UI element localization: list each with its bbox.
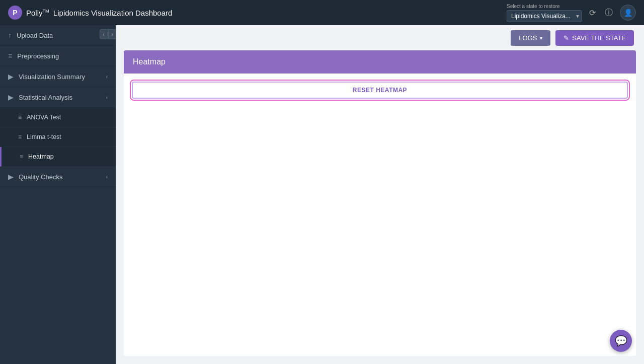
reset-heatmap-button[interactable]: RESET HEATMAP bbox=[132, 82, 628, 99]
chat-icon: 💬 bbox=[615, 335, 627, 347]
navbar: P PollyTM Lipidomics Visualization Dashb… bbox=[0, 0, 644, 25]
logs-label: LOGS bbox=[519, 34, 537, 42]
logs-caret-icon: ▾ bbox=[540, 35, 542, 41]
info-icon: ⓘ bbox=[605, 8, 613, 18]
navbar-right: Select a state to restore Lipidomics Vis… bbox=[507, 4, 636, 22]
list-icon: ≡ bbox=[8, 52, 12, 60]
upload-icon: ↑ bbox=[8, 31, 12, 39]
sidebar: ‹ › ↑ Upload Data ≡ Preprocessing ▶ Visu… bbox=[0, 25, 116, 364]
sidebar-item-upload-data[interactable]: ↑ Upload Data bbox=[0, 25, 116, 46]
info-button[interactable]: ⓘ bbox=[603, 6, 615, 20]
history-button[interactable]: ⟳ bbox=[587, 6, 598, 20]
save-state-label: SAVE THE STATE bbox=[572, 34, 626, 42]
sidebar-item-anova-test[interactable]: ≡ ANOVA Test bbox=[0, 108, 116, 127]
state-select-container: Lipidomics Visualiza... bbox=[507, 10, 582, 22]
content-toolbar: LOGS ▾ ✎ SAVE THE STATE bbox=[116, 25, 644, 50]
chevron-icon: ‹ bbox=[106, 95, 108, 100]
save-icon: ✎ bbox=[564, 34, 569, 42]
sidebar-item-label: Preprocessing bbox=[17, 52, 59, 60]
list-icon: ≡ bbox=[18, 133, 22, 140]
logo-letter: P bbox=[13, 9, 17, 17]
list-icon: ▶ bbox=[8, 173, 14, 181]
navbar-left: P PollyTM Lipidomics Visualization Dashb… bbox=[8, 6, 172, 20]
logs-button[interactable]: LOGS ▾ bbox=[511, 30, 550, 46]
sidebar-item-visualization-summary[interactable]: ▶ Visualization Summary ‹ bbox=[0, 66, 116, 87]
state-restore-wrapper: Select a state to restore Lipidomics Vis… bbox=[507, 4, 582, 22]
sidebar-item-label: Limma t-test bbox=[27, 133, 61, 140]
sidebar-item-label: Statistical Analysis bbox=[19, 94, 72, 101]
heatmap-body: RESET HEATMAP bbox=[124, 74, 636, 356]
sidebar-item-quality-checks[interactable]: ▶ Quality Checks ‹ bbox=[0, 167, 116, 187]
sidebar-item-statistical-analysis[interactable]: ▶ Statistical Analysis ‹ bbox=[0, 87, 116, 108]
sidebar-item-limma-t-test[interactable]: ≡ Limma t-test bbox=[0, 127, 116, 147]
history-icon: ⟳ bbox=[589, 8, 596, 18]
user-menu-button[interactable]: 👤 bbox=[620, 5, 636, 21]
save-state-button[interactable]: ✎ SAVE THE STATE bbox=[555, 30, 634, 46]
list-icon: ▶ bbox=[8, 93, 14, 101]
state-select-dropdown[interactable]: Lipidomics Visualiza... bbox=[507, 10, 582, 22]
list-icon: ≡ bbox=[20, 153, 23, 160]
user-icon: 👤 bbox=[624, 9, 632, 17]
sidebar-item-label: Quality Checks bbox=[19, 173, 62, 181]
content-area: LOGS ▾ ✎ SAVE THE STATE Heatmap RESET HE… bbox=[116, 25, 644, 364]
chat-button[interactable]: 💬 bbox=[610, 330, 632, 352]
sidebar-toggle: ‹ › bbox=[100, 29, 116, 39]
sidebar-item-preprocessing[interactable]: ≡ Preprocessing bbox=[0, 46, 116, 66]
main-layout: ‹ › ↑ Upload Data ≡ Preprocessing ▶ Visu… bbox=[0, 25, 644, 364]
sidebar-item-label: Heatmap bbox=[28, 153, 54, 160]
sidebar-item-label: Visualization Summary bbox=[19, 73, 85, 81]
sidebar-item-heatmap[interactable]: ≡ Heatmap bbox=[0, 147, 116, 167]
sidebar-item-label: Upload Data bbox=[17, 32, 53, 39]
app-title: PollyTM Lipidomics Visualization Dashboa… bbox=[26, 9, 172, 17]
app-logo: P bbox=[8, 6, 22, 20]
heatmap-header: Heatmap bbox=[124, 50, 636, 74]
list-icon: ▶ bbox=[8, 72, 14, 81]
sidebar-item-label: ANOVA Test bbox=[27, 114, 61, 121]
sidebar-collapse-button[interactable]: ‹ bbox=[100, 29, 108, 39]
state-select-label: Select a state to restore bbox=[507, 4, 560, 9]
sidebar-expand-button[interactable]: › bbox=[108, 29, 116, 39]
chevron-icon: ‹ bbox=[106, 174, 108, 180]
heatmap-panel: Heatmap RESET HEATMAP bbox=[124, 50, 636, 356]
heatmap-title: Heatmap bbox=[133, 57, 166, 66]
list-icon: ≡ bbox=[18, 114, 22, 121]
chevron-icon: ‹ bbox=[106, 74, 108, 80]
